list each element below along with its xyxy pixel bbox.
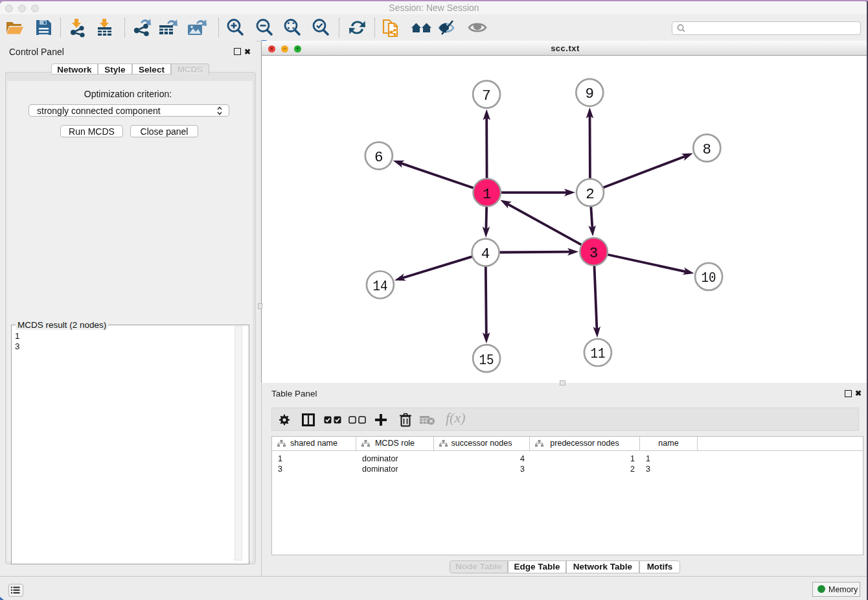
svg-text:7: 7: [482, 87, 491, 104]
svg-text:10: 10: [702, 270, 716, 286]
svg-text:6: 6: [374, 149, 383, 166]
svg-text:2: 2: [586, 186, 595, 203]
svg-text:15: 15: [479, 352, 494, 369]
svg-text:4: 4: [481, 246, 490, 262]
svg-text:14: 14: [372, 278, 387, 295]
svg-text:3: 3: [589, 245, 599, 262]
svg-text:11: 11: [590, 345, 605, 362]
svg-text:9: 9: [586, 86, 595, 102]
svg-text:8: 8: [703, 141, 712, 158]
svg-text:1: 1: [483, 186, 492, 203]
